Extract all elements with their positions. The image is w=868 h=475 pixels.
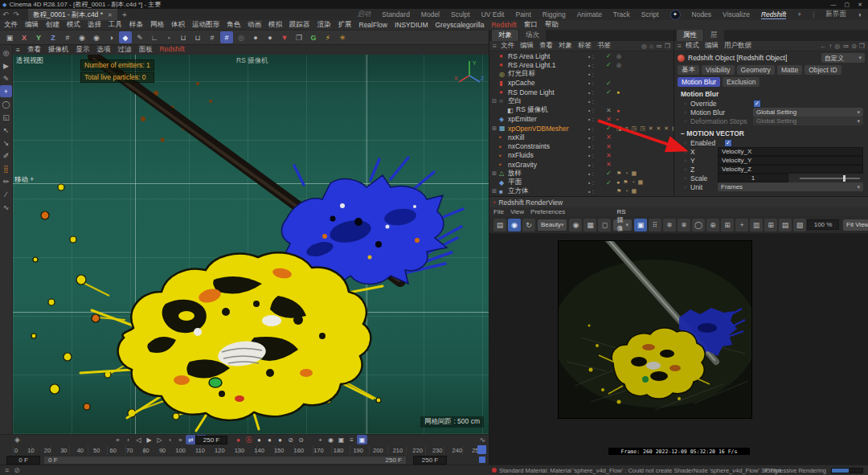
rv-aov-icon[interactable]: ◉ (569, 219, 582, 231)
new-ui-button[interactable]: 新界面 (825, 10, 846, 19)
menu-item[interactable]: 样条 (129, 20, 143, 30)
attr-up-icon[interactable]: ↑ (829, 43, 832, 50)
tab-add-button[interactable]: + (122, 10, 127, 19)
tweak-icon[interactable]: ✎ (0, 72, 12, 84)
menu-item[interactable]: 窗口 (524, 20, 538, 30)
object-row[interactable]: RS 摄像机 ● (489, 106, 674, 115)
object-name[interactable]: xpEmitter (508, 115, 588, 123)
viewport-menu-item[interactable]: 查看 (27, 45, 41, 55)
renderview-title-bar[interactable]: ▪ Redshift RenderView (489, 197, 868, 207)
rv-snapshot-icon[interactable]: ❄ (663, 219, 676, 231)
current-frame-marker[interactable] (477, 445, 486, 454)
axis-lock-z-button[interactable]: Z (47, 31, 59, 43)
tl-list-button[interactable]: ≡ (346, 435, 357, 444)
render-settings-button[interactable]: ◑ (104, 31, 117, 43)
visibility-dots[interactable] (588, 106, 606, 114)
enable-mark-icon[interactable] (606, 143, 616, 150)
panel-menu-item[interactable]: 编辑 (520, 41, 534, 51)
menu-item[interactable]: 动画 (248, 20, 261, 30)
rv-ab-compare-icon[interactable]: ◉ (508, 219, 521, 231)
om-filter-icon[interactable]: ≔ (656, 43, 662, 50)
rv-clone-icon[interactable]: ▧ (793, 219, 806, 231)
layout-item[interactable]: Model (421, 10, 440, 18)
attr-back-icon[interactable]: ← (820, 43, 826, 50)
object-row[interactable]: RS Area Light ◎ (489, 51, 674, 60)
panel-tab[interactable]: 属性 (677, 30, 703, 41)
menu-item[interactable]: 扩展 (338, 20, 352, 30)
visibility-dots[interactable] (588, 79, 606, 87)
object-row[interactable]: xpCache (489, 79, 674, 88)
enable-mark-icon[interactable] (606, 133, 616, 141)
object-row[interactable]: nxConstraints (489, 142, 674, 151)
xparticles-logo-icon[interactable]: ✦ (670, 10, 681, 20)
attribute-tab[interactable]: Object ID (805, 65, 841, 75)
rv-grid-icon[interactable]: ⠿ (649, 219, 661, 231)
object-row[interactable]: 空白 (489, 96, 674, 105)
object-row[interactable]: 放样 ⚑ ◔ ▦ (489, 169, 674, 178)
menu-item[interactable]: 文件 (4, 20, 18, 30)
object-tags[interactable]: ◎ (616, 53, 674, 59)
record-rotation-button[interactable]: ● (275, 435, 285, 444)
redshift-proxy-button[interactable]: ▼ (278, 31, 291, 43)
panel-menu-icon[interactable]: ≡ (678, 42, 682, 50)
enable-mark-icon[interactable] (606, 88, 616, 96)
camera-label[interactable]: RS 摄像机 (236, 56, 268, 66)
tl-region-button[interactable]: ▣ (336, 435, 346, 444)
object-name[interactable]: 灯光目标 (508, 69, 588, 79)
prev-key-button[interactable]: ‹ (123, 435, 133, 444)
ui-toggle-icon[interactable]: ◑ (858, 10, 862, 18)
unit-dropdown[interactable]: Frames▾ (718, 182, 863, 191)
menu-item[interactable]: 创建 (46, 20, 59, 30)
menu-item[interactable]: 模拟 (268, 20, 282, 30)
visibility-dots[interactable] (588, 52, 606, 60)
object-name[interactable]: xpCache (508, 79, 588, 87)
visibility-dots[interactable] (588, 151, 606, 159)
expand-icon[interactable] (492, 125, 499, 132)
visibility-dots[interactable] (588, 161, 606, 169)
status-menu-icon[interactable]: ≡ (5, 466, 9, 474)
enable-mark-icon[interactable] (606, 80, 616, 87)
visibility-dots[interactable] (588, 61, 606, 69)
range-start-field[interactable]: 0 F (6, 456, 40, 465)
om-float-icon[interactable]: ❐ (665, 43, 670, 50)
undo-icon[interactable]: ↶ (2, 10, 9, 18)
panel-menu-item[interactable]: 书签 (597, 41, 611, 51)
rv-crop-icon[interactable]: ◻ (598, 219, 611, 231)
rv-copy-icon[interactable]: ▥ (750, 219, 763, 231)
tl-magnet-button[interactable]: ◉ (326, 435, 336, 444)
object-tags[interactable]: ▪ (616, 117, 674, 122)
object-row[interactable]: RS Area Light.1 ◎ (489, 60, 674, 69)
primitive-cube-button[interactable]: ◆ (119, 31, 132, 43)
layout-item[interactable]: UV Edit (481, 10, 505, 18)
snap-button[interactable]: # (206, 31, 219, 43)
visibility-dots[interactable] (588, 170, 606, 178)
attribute-tab[interactable]: Motion Blur (678, 77, 720, 87)
object-tags[interactable]: ● (616, 108, 674, 113)
rv-region-icon[interactable]: ◯ (692, 219, 705, 231)
material-node-button[interactable]: ● (264, 31, 276, 43)
object-name[interactable]: 平面 (508, 178, 588, 187)
rv-fit-icon[interactable]: ⊞ (721, 219, 734, 231)
layout-item[interactable]: Animate (577, 10, 602, 18)
enable-mark-icon[interactable] (606, 170, 616, 177)
record-scale-button[interactable]: ● (264, 435, 275, 444)
visibility-dots[interactable] (588, 97, 606, 105)
viewport-menu-item[interactable]: 过滤 (117, 45, 131, 55)
om-search-icon[interactable]: ◎ (641, 43, 647, 50)
transform-down-icon[interactable]: ↘ (0, 137, 12, 149)
material-button[interactable]: ● (249, 31, 262, 43)
layout-item[interactable]: Visualize (723, 10, 750, 18)
view-label[interactable]: 透视视图 (16, 56, 43, 66)
render-picture-viewer-button[interactable]: ◉ (90, 31, 103, 43)
timeline-ruler[interactable]: 0102030405060708090100110120130140150160… (13, 445, 484, 455)
object-name[interactable]: nxKill (508, 133, 588, 141)
axis-center-button[interactable]: ◎ (235, 31, 248, 43)
scale-field[interactable]: 1 (718, 174, 788, 182)
object-row[interactable]: nxGravity (489, 160, 674, 169)
velocity-y-field[interactable]: Velocity_Y (718, 156, 863, 165)
knife-icon[interactable]: ∕ (0, 188, 12, 200)
menu-item[interactable]: 运动图形 (192, 20, 219, 30)
object-name[interactable]: 立方体 (508, 186, 588, 196)
next-key-button[interactable]: › (165, 435, 175, 444)
object-row[interactable]: xpEmitter ▪ (489, 115, 674, 124)
